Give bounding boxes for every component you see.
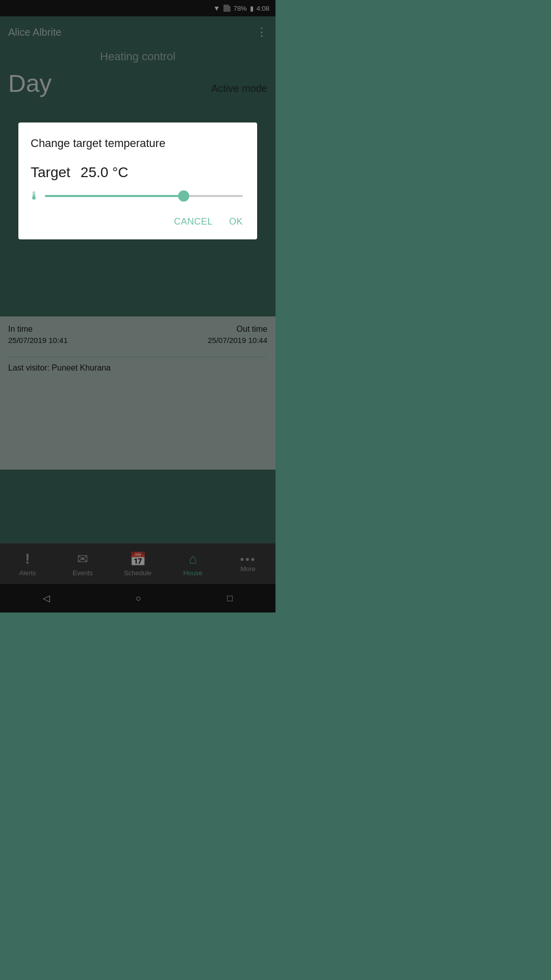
- target-row: Target 25.0 °C: [31, 164, 245, 181]
- target-value: 25.0 °C: [81, 164, 129, 181]
- thermometer-icon: 🌡: [29, 189, 40, 203]
- overlay: [0, 0, 276, 612]
- slider-container[interactable]: 🌡: [31, 195, 245, 197]
- target-label: Target: [31, 164, 70, 181]
- dialog-title: Change target temperature: [31, 137, 245, 150]
- cancel-button[interactable]: Cancel: [172, 213, 215, 230]
- temperature-dialog: Change target temperature Target 25.0 °C…: [18, 122, 257, 239]
- ok-button[interactable]: OK: [227, 213, 245, 230]
- dialog-buttons: Cancel OK: [31, 213, 245, 230]
